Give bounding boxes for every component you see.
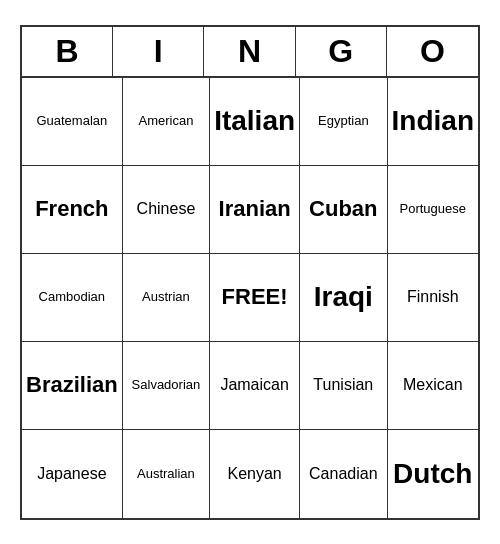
bingo-cell: FREE! [210,254,300,342]
bingo-cell: Austrian [123,254,210,342]
cell-text: American [138,113,193,129]
bingo-cell: Japanese [22,430,123,518]
cell-text: Finnish [407,287,459,306]
cell-text: Jamaican [220,375,288,394]
cell-text: Cambodian [39,289,106,305]
bingo-cell: Egyptian [300,78,387,166]
bingo-cell: Salvadorian [123,342,210,430]
bingo-cell: Cuban [300,166,387,254]
bingo-cell: Chinese [123,166,210,254]
bingo-cell: Tunisian [300,342,387,430]
header-letter: B [22,27,113,76]
cell-text: Portuguese [400,201,467,217]
bingo-header: BINGO [22,27,478,78]
bingo-cell: Portuguese [388,166,478,254]
cell-text: Chinese [137,199,196,218]
header-letter: I [113,27,204,76]
cell-text: FREE! [222,284,288,310]
cell-text: French [35,196,108,222]
bingo-cell: Iraqi [300,254,387,342]
cell-text: Salvadorian [132,377,201,393]
header-letter: G [296,27,387,76]
bingo-cell: Guatemalan [22,78,123,166]
bingo-cell: Finnish [388,254,478,342]
cell-text: Canadian [309,464,378,483]
header-letter: N [204,27,295,76]
cell-text: Japanese [37,464,106,483]
header-letter: O [387,27,478,76]
bingo-cell: Australian [123,430,210,518]
bingo-cell: American [123,78,210,166]
cell-text: Egyptian [318,113,369,129]
bingo-grid: GuatemalanAmericanItalianEgyptianIndianF… [22,78,478,518]
bingo-cell: Kenyan [210,430,300,518]
cell-text: Austrian [142,289,190,305]
bingo-cell: Italian [210,78,300,166]
bingo-cell: Jamaican [210,342,300,430]
bingo-cell: Mexican [388,342,478,430]
bingo-cell: Indian [388,78,478,166]
bingo-cell: French [22,166,123,254]
bingo-cell: Canadian [300,430,387,518]
cell-text: Iranian [219,196,291,222]
cell-text: Dutch [393,457,472,491]
bingo-card: BINGO GuatemalanAmericanItalianEgyptianI… [20,25,480,520]
cell-text: Iraqi [314,280,373,314]
cell-text: Kenyan [227,464,281,483]
cell-text: Cuban [309,196,377,222]
bingo-cell: Iranian [210,166,300,254]
bingo-cell: Cambodian [22,254,123,342]
cell-text: Tunisian [313,375,373,394]
cell-text: Australian [137,466,195,482]
bingo-cell: Brazilian [22,342,123,430]
bingo-cell: Dutch [388,430,478,518]
cell-text: Brazilian [26,372,118,398]
cell-text: Indian [392,104,474,138]
cell-text: Italian [214,104,295,138]
cell-text: Guatemalan [36,113,107,129]
cell-text: Mexican [403,375,463,394]
